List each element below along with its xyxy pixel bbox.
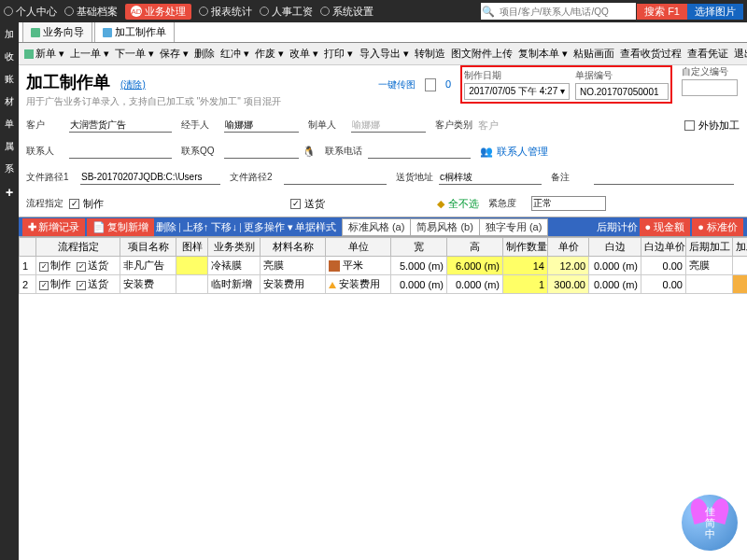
cell-price[interactable]: 300.00 (548, 275, 589, 294)
nav-report[interactable]: 报表统计 (199, 4, 252, 20)
search-input[interactable] (496, 3, 636, 20)
style-tab-b[interactable]: 简易风格 (b) (410, 218, 480, 236)
th-qty[interactable]: 制作数量 (503, 238, 548, 257)
side-item[interactable]: 账 (5, 73, 14, 86)
path1-input[interactable] (80, 170, 220, 185)
post-price-link[interactable]: 后期计价 (597, 220, 638, 234)
th-biz[interactable]: 业务类别 (208, 238, 261, 257)
side-item[interactable]: 收 (5, 50, 14, 63)
th-h[interactable]: 高 (447, 238, 503, 257)
cell-img[interactable] (176, 275, 208, 294)
contact-input[interactable] (69, 144, 172, 159)
outproc-checkbox[interactable] (684, 120, 695, 131)
addr-input[interactable] (439, 170, 542, 185)
side-item[interactable]: 材 (5, 95, 14, 108)
tb-redreverse[interactable]: 红冲 ▾ (220, 47, 249, 61)
th-proj[interactable]: 项目名称 (120, 238, 176, 257)
cell-biz[interactable]: 冷裱膜 (208, 257, 261, 275)
tb-print[interactable]: 打印 ▾ (324, 47, 353, 61)
cell-h[interactable]: 0.000 (m) (447, 275, 503, 294)
cell-proj[interactable]: 安装费 (120, 275, 176, 294)
file-icon[interactable] (425, 78, 436, 91)
tb-attach[interactable]: 图文附件上传 (451, 47, 513, 61)
tb-exit[interactable]: 退出 (734, 47, 747, 61)
tb-save[interactable]: 保存 ▾ (160, 47, 189, 61)
cell-mat[interactable]: 安装费用 (261, 275, 326, 294)
cell-bb[interactable]: 0.000 (m) (589, 275, 641, 294)
cell-unit[interactable]: 安装费用 (326, 275, 391, 294)
cell-h[interactable]: 6.000 (m) (447, 257, 503, 275)
tb-viewvoucher[interactable]: 查看凭证 (687, 47, 728, 61)
th-price[interactable]: 单价 (548, 238, 589, 257)
side-item[interactable]: 加 (5, 28, 14, 41)
style-link[interactable]: 单据样式 (295, 220, 336, 234)
urgent-select[interactable] (531, 196, 606, 211)
note-input[interactable] (594, 170, 734, 185)
th-unit[interactable]: 单位 (326, 238, 391, 257)
allno-link[interactable]: 全不选 (448, 197, 479, 211)
cell-biz[interactable]: 临时新增 (208, 275, 261, 294)
date-picker[interactable]: 2017/07/05 下午 4:27 ▾ (464, 83, 570, 100)
cell-img[interactable] (176, 257, 208, 275)
mascot-badge[interactable]: 佳简中 (682, 495, 738, 551)
path2-input[interactable] (284, 170, 387, 185)
nav-business[interactable]: AD业务处理 (125, 4, 191, 20)
tb-tomfg[interactable]: 转制造 (415, 47, 445, 61)
tb-importexport[interactable]: 导入导出 ▾ (359, 47, 409, 61)
th-flow[interactable]: 流程指定 (36, 238, 120, 257)
cell-mat[interactable]: 亮膜 (261, 257, 326, 275)
tb-copy[interactable]: 复制本单 ▾ (518, 47, 568, 61)
cell-qty[interactable]: 14 (503, 257, 548, 275)
tb-viewreceive[interactable]: 查看收货过程 (620, 47, 682, 61)
side-item[interactable]: 单 (5, 118, 14, 131)
style-tab-c[interactable]: 独字专用 (a) (479, 218, 549, 236)
cell-bbp[interactable]: 0.00 (641, 257, 686, 275)
make-checkbox[interactable]: ✓ (69, 199, 79, 209)
more-link[interactable]: 更多操作 ▾ (244, 220, 293, 234)
custom-input[interactable] (682, 79, 738, 96)
cell-ppu[interactable]: 0.00 (733, 275, 748, 294)
side-item[interactable]: 系 (5, 162, 14, 175)
style-tab-a[interactable]: 标准风格 (a) (342, 218, 412, 236)
table-row[interactable]: 2 ✓制作 ✓送货 安装费 临时新增 安装费用 安装费用 0.000 (m) 0… (20, 275, 748, 294)
move-link[interactable]: 上移↑ 下移↓ (183, 220, 237, 234)
th-idx[interactable] (20, 238, 36, 257)
stdprice-button[interactable]: ● 标准价 (692, 218, 743, 236)
nav-basic[interactable]: 基础档案 (64, 4, 118, 20)
tb-prev[interactable]: 上一单 ▾ (70, 47, 109, 61)
nav-personal[interactable]: 个人中心 (4, 4, 57, 20)
qq-icon[interactable]: 🐧 (303, 146, 316, 158)
delete-link[interactable]: 删除 (156, 220, 176, 234)
side-item[interactable]: 属 (5, 140, 14, 153)
cash-button[interactable]: ● 现金额 (640, 218, 691, 236)
search-button[interactable]: 搜索 F1 (637, 4, 687, 20)
cell-bb[interactable]: 0.000 (m) (589, 257, 641, 275)
qq-input[interactable] (224, 144, 299, 159)
cell-qty[interactable]: 1 (503, 275, 548, 294)
th-w[interactable]: 宽 (391, 238, 447, 257)
handler-input[interactable] (224, 118, 299, 133)
cell-post[interactable]: 亮膜 (686, 257, 733, 275)
cell-proj[interactable]: 非凡广告 (120, 257, 176, 275)
table-row[interactable]: 1 ✓制作 ✓送货 非凡广告 冷裱膜 亮膜 平米 5.000 (m) 6.000… (20, 257, 748, 275)
th-bbp[interactable]: 白边单价 (641, 238, 686, 257)
th-post[interactable]: 后期加工 (686, 238, 733, 257)
select-image-button[interactable]: 选择图片 (687, 4, 743, 20)
cell-ppu[interactable]: 0.00 (733, 257, 748, 275)
tb-void[interactable]: 作废 ▾ (255, 47, 284, 61)
tb-edit[interactable]: 改单 ▾ (289, 47, 318, 61)
th-ppu[interactable]: 加工金额/单价 (733, 238, 748, 257)
tab-process-order[interactable]: 加工制作单 (94, 22, 175, 42)
contact-mgr-link[interactable]: 联系人管理 (497, 145, 548, 159)
customer-input[interactable] (69, 118, 172, 133)
cell-bbp[interactable]: 0.00 (641, 275, 686, 294)
ship-checkbox[interactable]: ✓ (290, 199, 301, 209)
cell-price[interactable]: 12.00 (548, 257, 589, 275)
copy-record-button[interactable]: 📄复制新增 (87, 218, 154, 236)
tb-next[interactable]: 下一单 ▾ (115, 47, 154, 61)
phone-input[interactable] (368, 144, 471, 159)
nav-system[interactable]: 系统设置 (320, 4, 374, 20)
tab-guide[interactable]: 业务向导 (22, 22, 92, 42)
cell-flow[interactable]: ✓制作 ✓送货 (36, 275, 120, 294)
cell-w[interactable]: 5.000 (m) (391, 257, 447, 275)
